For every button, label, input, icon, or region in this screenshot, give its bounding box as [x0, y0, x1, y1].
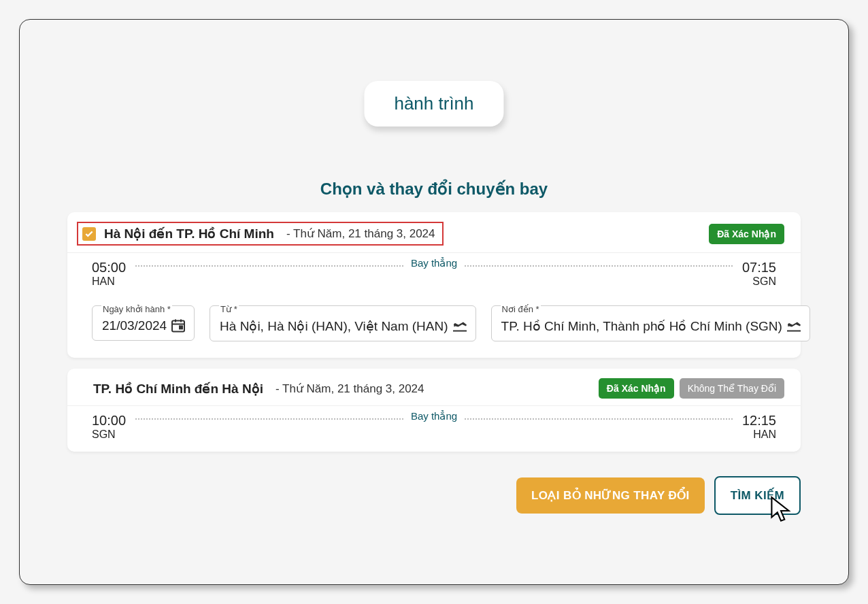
status-badge-locked: Không Thể Thay Đổi [680, 378, 784, 399]
arrival-code: HAN [742, 429, 776, 441]
flight-card: TP. Hồ Chí Minh đến Hà Nội - Thứ Năm, 21… [67, 369, 801, 452]
to-field[interactable]: Nơi đến * TP. Hồ Chí Minh, Thành phố Hồ … [491, 305, 810, 341]
field-input[interactable]: Hà Nội, Hà Nội (HAN), Việt Nam (HAN) [210, 305, 475, 341]
field-label: Từ * [219, 304, 239, 314]
tab-itinerary[interactable]: hành trình [364, 81, 503, 127]
tab-label: hành trình [394, 93, 473, 114]
field-label: Nơi đến * [501, 304, 541, 314]
arrival-time: 12:15 [742, 413, 776, 429]
flight-times: 10:00 SGN Bay thẳng 12:15 HAN [67, 406, 801, 452]
route-title: TP. Hồ Chí Minh đến Hà Nội [93, 381, 263, 397]
arrival-code: SGN [742, 275, 776, 288]
main-panel: hành trình Chọn và thay đổi chuyến bay H… [19, 19, 849, 585]
route-title: Hà Nội đến TP. Hồ Chí Minh [104, 226, 274, 241]
plane-landing-icon [786, 317, 802, 333]
flight-card: Hà Nội đến TP. Hồ Chí Minh - Thứ Năm, 21… [67, 212, 801, 358]
edit-row: Ngày khởi hành * 21/03/2024 Từ * Hà Nội,… [67, 299, 801, 358]
flight-checkbox[interactable] [82, 227, 96, 241]
departure-code: HAN [92, 275, 126, 288]
check-icon [84, 229, 94, 239]
status-badge-confirmed: Đã Xác Nhận [709, 224, 784, 244]
search-button[interactable]: TÌM KIẾM [714, 476, 801, 515]
flight-header: Hà Nội đến TP. Hồ Chí Minh - Thứ Năm, 21… [67, 212, 801, 253]
flight-select-highlight: Hà Nội đến TP. Hồ Chí Minh - Thứ Năm, 21… [77, 222, 444, 246]
discard-changes-button[interactable]: LOẠI BỎ NHỮNG THAY ĐỔI [516, 477, 705, 514]
departure-time: 10:00 [92, 413, 126, 429]
svg-rect-4 [180, 326, 182, 329]
direct-label: Bay thẳng [404, 410, 464, 422]
departure-time: 05:00 [92, 260, 126, 275]
plane-takeoff-icon [452, 317, 468, 333]
route-date: - Thứ Năm, 21 tháng 3, 2024 [276, 382, 424, 396]
flight-header: TP. Hồ Chí Minh đến Hà Nội - Thứ Năm, 21… [67, 369, 801, 406]
departure-code: SGN [92, 429, 126, 441]
actions-row: LOẠI BỎ NHỮNG THAY ĐỔI TÌM KIẾM [67, 476, 801, 515]
section-title: Chọn và thay đổi chuyến bay [67, 180, 801, 199]
departure-date-field[interactable]: Ngày khởi hành * 21/03/2024 [92, 305, 195, 341]
status-badge-confirmed: Đã Xác Nhận [599, 378, 674, 399]
flight-times: 05:00 HAN Bay thẳng 07:15 SGN [67, 253, 801, 299]
from-field[interactable]: Từ * Hà Nội, Hà Nội (HAN), Việt Nam (HAN… [210, 305, 475, 341]
route-date: - Thứ Năm, 21 tháng 3, 2024 [286, 227, 435, 241]
arrival-time: 07:15 [742, 260, 776, 275]
direct-label: Bay thẳng [404, 257, 464, 269]
calendar-icon[interactable] [170, 317, 186, 333]
field-label: Ngày khởi hành * [101, 304, 172, 314]
